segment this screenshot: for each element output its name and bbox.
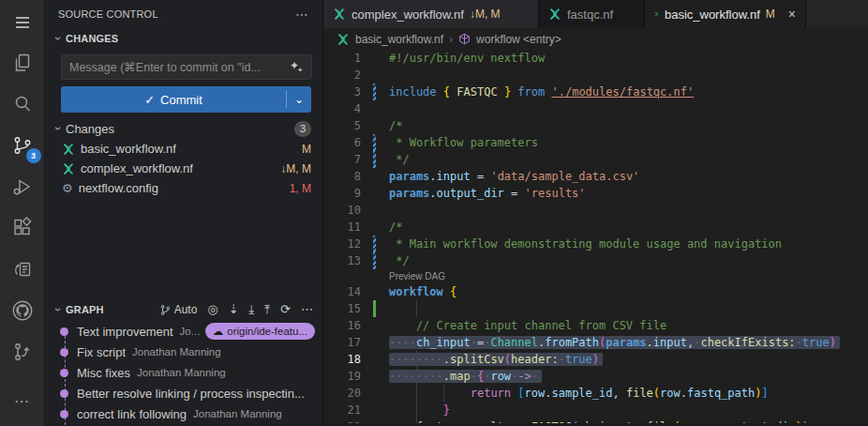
graph-auto-selector[interactable]: Auto [159,303,198,316]
commit-dot-icon [60,410,68,418]
changes-tree-label: Changes [66,122,114,136]
code-line: 13 */ [323,252,868,269]
tab-fastqc.nf[interactable]: fastqc.nf [539,0,645,28]
line-number: 13 [323,252,361,269]
chevron-down-icon: › [52,33,64,44]
changes-section-label: CHANGES [66,33,118,44]
commit-dropdown-icon[interactable]: ⌄ [287,93,311,106]
tab-complex_workflow.nf[interactable]: complex_workflow.nf↓M, M [323,0,539,28]
commit-message-input[interactable] [61,54,312,80]
branch-badge[interactable]: ☁origin/ide-featu... [205,323,315,340]
file-status-badge: 1, M [290,182,311,195]
extensions-icon[interactable] [0,207,45,249]
sparkle-icon[interactable]: ✦✦ [290,59,305,72]
breadcrumb-file[interactable]: basic_workflow.nf [355,33,443,46]
search-icon[interactable] [0,84,45,125]
code-line: 16 // Create input channel from CSV file [323,317,868,334]
refresh-icon[interactable]: ⟳ [280,303,291,316]
source-control-graph-icon[interactable] [0,331,45,373]
line-gutter: 7 [323,151,389,168]
activity-more-icon[interactable]: ⋯ [0,380,45,421]
target-icon[interactable]: ◎ [207,303,217,316]
commit-row[interactable]: Text improvementJo...☁origin/ide-featu..… [45,321,322,342]
check-icon: ✓ [144,93,155,107]
line-text: /* [389,117,402,134]
changed-file-row[interactable]: basic_workflow.nfM [45,139,322,159]
graph-section-header[interactable]: › GRAPH Auto ◎ ⇣ ⤓ ⤒ ⟳ ⋯ [45,298,322,321]
commit-row[interactable]: Fix scriptJonathan Manning [45,342,322,362]
commit-row[interactable]: Misc fixesJonathan Manning [45,362,322,383]
line-number: 15 [323,300,361,317]
line-text: ········.splitCsv(header:·true) [389,351,603,368]
changes-tree-header[interactable]: › Changes 3 [45,118,322,139]
line-gutter: 16 [323,317,389,334]
branch-icon [159,304,172,316]
commit-message-wrap: ✦✦ [61,54,311,80]
hamburger-menu-icon[interactable] [0,8,45,37]
tab-close-icon[interactable]: × [788,7,796,22]
editor-group: complex_workflow.nf↓M, Mfastqc.nfbasic_w… [323,0,868,426]
line-text: } [389,402,450,418]
commit-row[interactable]: correct link followingJonathan Manning [45,403,322,424]
tab-basic_workflow.nf[interactable]: basic_workflow.nfM× [645,0,806,28]
line-number: 4 [323,100,361,117]
commit-dot-icon [60,348,68,357]
line-gutter: 18 [323,351,389,368]
breadcrumb-symbol[interactable]: workflow <entry> [476,33,561,46]
github-icon[interactable] [0,290,45,331]
nextflow-icon [654,8,659,21]
run-debug-icon[interactable] [0,166,45,207]
commit-button[interactable]: ✓ Commit ⌄ [61,86,311,113]
push-icon[interactable]: ⤒ [264,303,270,316]
source-control-icon[interactable]: 3 [0,125,45,166]
breadcrumb[interactable]: basic_workflow.nf › workflow <entry> [323,28,868,50]
source-control-sidebar: SOURCE CONTROL ⋯ › CHANGES ✦✦ ✓ Commit ⌄… [45,0,323,426]
line-gutter: 11 [323,219,389,236]
nextflow-icon [333,8,346,21]
line-number: 1 [323,50,361,67]
tab-label: basic_workflow.nf [665,8,760,22]
code-line: 3include { FASTQC } from './modules/fast… [323,84,868,100]
commit-message: Text improvement [77,325,173,339]
commit-author: Jonathan Manning [132,346,221,358]
preview-icon[interactable] [0,249,45,290]
changed-file-row[interactable]: complex_workflow.nf↓M, M [45,159,322,178]
commit-dot-icon [60,369,68,377]
line-text: */ [389,151,410,168]
line-number: 18 [323,351,361,368]
changes-section-header[interactable]: › CHANGES [45,28,322,49]
line-text: */ [389,252,410,269]
codelens-preview-dag[interactable]: Preview DAG [323,269,868,283]
gutter-modified-bar [373,252,376,269]
graph-section-label: GRAPH [66,304,104,315]
line-number: 20 [323,385,361,402]
fetch-icon[interactable]: ⇣ [229,303,239,316]
line-number: 22 [323,418,361,423]
line-number: 7 [323,151,361,168]
code-editor[interactable]: 1#!/usr/bin/env nextflow23include { FAST… [323,50,868,426]
line-gutter: 22 [323,418,389,423]
changed-file-row[interactable]: ⚙nextflow.config1, M [45,178,322,198]
code-line: 17····ch_input·=·Channel.fromPath(params… [323,334,868,351]
explorer-icon[interactable] [0,42,45,84]
line-gutter: 4 [323,100,389,117]
graph-more-icon[interactable]: ⋯ [301,303,313,316]
changed-file-name: nextflow.config [79,181,158,195]
selection-highlight: ········.splitCsv(header:·true) [389,353,603,366]
selection-highlight: ········.map·{·row·->· [389,370,542,383]
commit-row[interactable]: Better resolve linking / process inspect… [45,383,322,403]
pull-icon[interactable]: ⤓ [249,303,255,316]
sidebar-more-icon[interactable]: ⋯ [295,7,309,22]
line-number: 21 [323,402,361,418]
graph-actions: Auto ◎ ⇣ ⤓ ⤒ ⟳ ⋯ [159,303,313,316]
commit-message: Fix script [77,345,126,359]
vscode-window: 3 ⋯ SOURCE CONTROL ⋯ › CHANGES ✦ [0,0,868,426]
tab-label: fastqc.nf [567,8,613,22]
code-line: 21 } [323,402,868,418]
line-number: 16 [323,317,361,334]
sidebar-title: SOURCE CONTROL [58,8,158,20]
line-number: 5 [323,117,361,134]
code-line: 15 [323,300,868,317]
commit-graph-list: Text improvementJo...☁origin/ide-featu..… [45,321,322,426]
line-text: params.output_dir = 'results' [389,185,586,202]
